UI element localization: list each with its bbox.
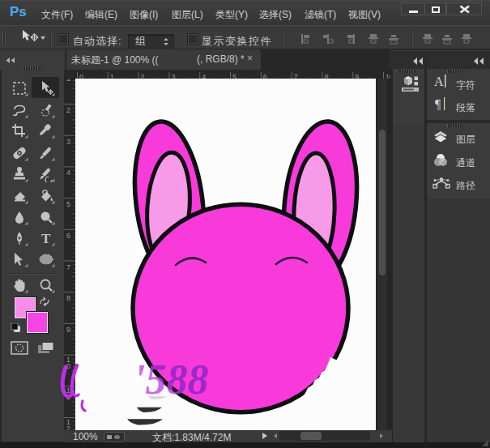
svg-text:9: 9 <box>66 326 70 334</box>
svg-text:8: 8 <box>66 294 70 302</box>
svg-text:2: 2 <box>66 106 70 114</box>
svg-text:2: 2 <box>66 425 70 430</box>
svg-text:¶: ¶ <box>435 97 441 111</box>
svg-text:1: 1 <box>66 393 70 401</box>
svg-text:6: 6 <box>66 232 70 240</box>
svg-text:T: T <box>41 231 51 246</box>
svg-text:A: A <box>434 75 444 88</box>
svg-text:7: 7 <box>66 263 70 271</box>
svg-text:3: 3 <box>66 138 70 146</box>
svg-text:4: 4 <box>66 169 70 177</box>
svg-text:0: 0 <box>66 362 70 370</box>
svg-text:5: 5 <box>66 200 70 208</box>
